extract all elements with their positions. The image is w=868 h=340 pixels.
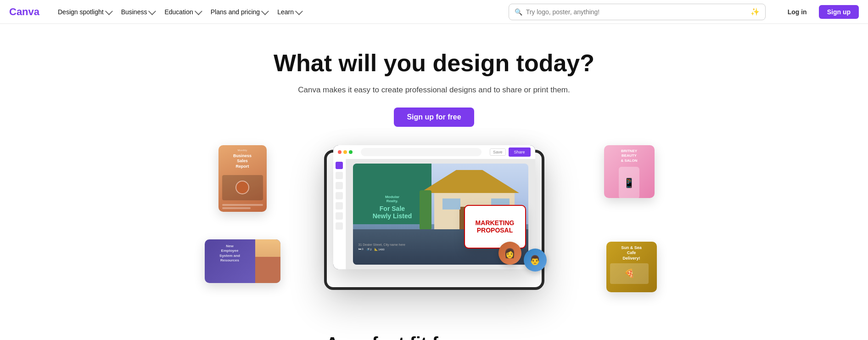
- chevron-down-icon: [195, 7, 202, 15]
- brand-name: ModularRealty.: [358, 195, 427, 203]
- save-btn: Save: [490, 148, 506, 156]
- card-title: Sun & SeaCafeDelivery!: [610, 245, 653, 261]
- card-title: BusinessSalesReport: [222, 153, 263, 170]
- hero-section: What will you design today? Canva makes …: [0, 24, 868, 306]
- avatar-2: 👨: [524, 249, 547, 272]
- card-title: NewEmployeeSystem andResources: [209, 244, 251, 263]
- nav-item-learn[interactable]: Learn: [273, 6, 306, 18]
- browser-dots: [338, 150, 353, 154]
- card-employee-system: NewEmployeeSystem andResources: [205, 239, 280, 283]
- chevron-down-icon: [105, 7, 113, 15]
- card-title: BRITNEYBEAUTY& SALON: [608, 149, 651, 163]
- chevron-down-icon: [295, 7, 303, 15]
- chevron-down-icon: [261, 7, 269, 15]
- card-title: MARKETINGPROPOSAL: [470, 219, 521, 235]
- search-bar[interactable]: 🔍 ✨: [509, 4, 766, 20]
- card-label: Monthly: [222, 149, 263, 152]
- hero-title: What will you design today?: [274, 50, 594, 77]
- hero-subtitle: Canva makes it easy to create profession…: [298, 85, 570, 95]
- logo[interactable]: Canva: [9, 6, 42, 18]
- navbar: Canva Design spotlight Business Educatio…: [0, 0, 868, 24]
- bottom-section: A perfect fit for everyone: [0, 306, 868, 340]
- for-sale-title: For SaleNewly Listed: [358, 205, 427, 220]
- share-btn: Share: [514, 150, 525, 154]
- nav-item-design-spotlight[interactable]: Design spotlight: [53, 6, 116, 18]
- avatar-1: 👩: [498, 242, 521, 265]
- nav-actions: Log in Sign up: [780, 5, 859, 19]
- hero-cta-button[interactable]: Sign up for free: [394, 108, 474, 127]
- search-icon: 🔍: [515, 8, 522, 16]
- signup-button[interactable]: Sign up: [819, 5, 859, 19]
- card-cafe-delivery: Sun & SeaCafeDelivery! 🍕: [606, 242, 657, 292]
- nav-item-education[interactable]: Education: [160, 6, 205, 18]
- card-monthly-report: Monthly BusinessSalesReport: [218, 145, 267, 212]
- address-text: 31 Dealer Street, City name here: [358, 243, 405, 246]
- browser-bar: Save Share: [333, 145, 535, 159]
- chevron-down-icon: [148, 7, 156, 15]
- card-beauty-salon: BRITNEYBEAUTY& SALON 📱: [604, 145, 655, 198]
- nav-links: Design spotlight Business Education Plan…: [53, 6, 501, 18]
- card-marketing-proposal: MARKETINGPROPOSAL: [464, 205, 526, 249]
- sparkle-icon: ✨: [750, 7, 760, 16]
- login-button[interactable]: Log in: [780, 5, 814, 19]
- nav-item-plans-pricing[interactable]: Plans and pricing: [206, 6, 272, 18]
- bottom-section-title: A perfect fit for everyone: [9, 334, 859, 340]
- nav-item-business[interactable]: Business: [117, 6, 159, 18]
- svg-text:Canva: Canva: [9, 6, 40, 17]
- search-input[interactable]: [526, 8, 750, 16]
- canvas-sidebar: [333, 159, 346, 269]
